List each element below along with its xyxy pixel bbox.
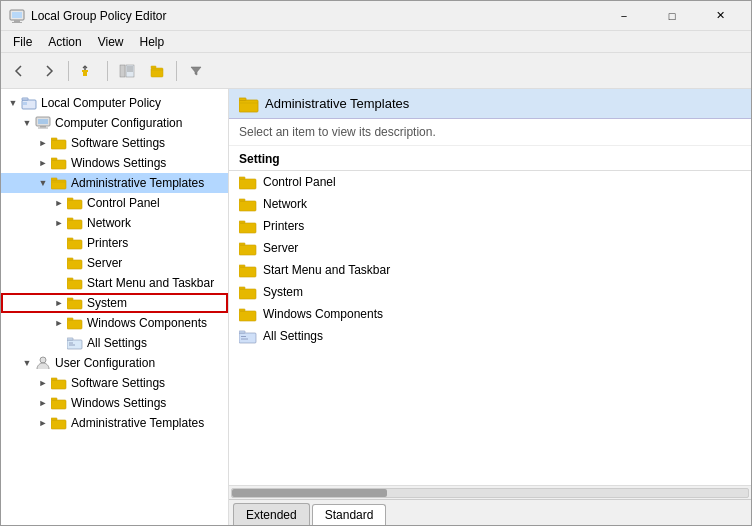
list-item-printers[interactable]: Printers: [229, 215, 751, 237]
toolbar-separator-1: [68, 61, 69, 81]
expand-control-panel-c: ►: [51, 195, 67, 211]
svg-rect-15: [23, 102, 27, 105]
toolbar-separator-3: [176, 61, 177, 81]
list-folder-icon-windows-components: [239, 305, 257, 323]
svg-rect-51: [239, 100, 258, 112]
up-button[interactable]: [74, 57, 102, 85]
svg-rect-24: [51, 180, 66, 189]
tree-software-settings-c[interactable]: ► Software Settings: [1, 133, 228, 153]
minimize-button[interactable]: −: [601, 1, 647, 31]
svg-rect-21: [51, 138, 57, 140]
list-folder-icon-printers: [239, 217, 257, 235]
list-label-system: System: [263, 285, 303, 299]
list-item-server[interactable]: Server: [229, 237, 751, 259]
close-button[interactable]: ✕: [697, 1, 743, 31]
server-c-label: Server: [87, 256, 122, 270]
control-panel-c-icon: [67, 195, 83, 211]
horizontal-scrollbar[interactable]: [229, 485, 751, 499]
svg-rect-56: [239, 199, 245, 201]
menu-view[interactable]: View: [90, 33, 132, 51]
root-label: Local Computer Policy: [41, 96, 161, 110]
menu-action[interactable]: Action: [40, 33, 89, 51]
list-label-printers: Printers: [263, 219, 304, 233]
list-item-start-menu[interactable]: Start Menu and Taskbar: [229, 259, 751, 281]
tab-standard-label: Standard: [325, 508, 374, 522]
tab-extended[interactable]: Extended: [233, 503, 310, 525]
tree-printers-c[interactable]: Printers: [1, 233, 228, 253]
server-c-icon: [67, 255, 83, 271]
svg-rect-1: [12, 12, 22, 18]
list-folder-icon-server: [239, 239, 257, 257]
admin-templates-u-icon: [51, 415, 67, 431]
tree-admin-templates-u[interactable]: ► Administrative Templates: [1, 413, 228, 433]
tree-admin-templates-c[interactable]: ▼ Administrative Templates: [1, 173, 228, 193]
svg-rect-5: [82, 70, 88, 72]
expand-software-c: ►: [35, 135, 51, 151]
right-panel: Administrative Templates Select an item …: [229, 89, 751, 525]
maximize-button[interactable]: □: [649, 1, 695, 31]
svg-rect-57: [239, 223, 256, 233]
tree-windows-settings-u[interactable]: ► Windows Settings: [1, 393, 228, 413]
tree-windows-components-c[interactable]: ► Windows Components: [1, 313, 228, 333]
svg-rect-23: [51, 158, 57, 160]
tree-panel: ▼ Local Computer Policy ▼: [1, 89, 229, 525]
svg-rect-58: [239, 221, 245, 223]
menu-help[interactable]: Help: [132, 33, 173, 51]
network-c-icon: [67, 215, 83, 231]
svg-rect-48: [51, 398, 57, 400]
software-settings-u-label: Software Settings: [71, 376, 165, 390]
tree-start-menu-c[interactable]: Start Menu and Taskbar: [1, 273, 228, 293]
show-hide-button[interactable]: [113, 57, 141, 85]
forward-button[interactable]: [35, 57, 63, 85]
svg-rect-53: [239, 179, 256, 189]
svg-rect-62: [239, 265, 245, 267]
svg-rect-38: [67, 320, 82, 329]
software-settings-c-icon: [51, 135, 67, 151]
svg-rect-40: [67, 340, 82, 349]
expand-admin-templates-u: ►: [35, 415, 51, 431]
list-item-system[interactable]: System: [229, 281, 751, 303]
list-label-windows-components: Windows Components: [263, 307, 383, 321]
svg-rect-34: [67, 280, 82, 289]
list-item-control-panel[interactable]: Control Panel: [229, 171, 751, 193]
svg-rect-46: [51, 378, 57, 380]
system-c-label: System: [87, 296, 127, 310]
tree-windows-settings-c[interactable]: ► Windows Settings: [1, 153, 228, 173]
list-item-network[interactable]: Network: [229, 193, 751, 215]
tree-user-config[interactable]: ▼ User Configuration: [1, 353, 228, 373]
menu-file[interactable]: File: [5, 33, 40, 51]
tree-software-settings-u[interactable]: ► Software Settings: [1, 373, 228, 393]
back-button[interactable]: [5, 57, 33, 85]
expand-root: ▼: [5, 95, 21, 111]
tree-control-panel-c[interactable]: ► Control Panel: [1, 193, 228, 213]
svg-rect-11: [151, 68, 163, 77]
svg-rect-50: [51, 418, 57, 420]
tree-computer-config[interactable]: ▼ Computer Configuration: [1, 113, 228, 133]
list-item-windows-components[interactable]: Windows Components: [229, 303, 751, 325]
scroll-thumb[interactable]: [232, 489, 387, 497]
tree-system-c[interactable]: ► System: [1, 293, 228, 313]
tab-standard[interactable]: Standard: [312, 504, 387, 525]
expand-software-u: ►: [35, 375, 51, 391]
svg-rect-30: [67, 240, 82, 249]
browse-button[interactable]: [143, 57, 171, 85]
svg-rect-55: [239, 201, 256, 211]
tree-server-c[interactable]: Server: [1, 253, 228, 273]
control-panel-c-label: Control Panel: [87, 196, 160, 210]
windows-components-c-label: Windows Components: [87, 316, 207, 330]
scroll-track[interactable]: [231, 488, 749, 498]
svg-rect-29: [67, 218, 73, 220]
svg-rect-49: [51, 420, 66, 429]
filter-button[interactable]: [182, 57, 210, 85]
tree-network-c[interactable]: ► Network: [1, 213, 228, 233]
toolbar-separator-2: [107, 61, 108, 81]
svg-rect-2: [14, 20, 20, 22]
list-item-all-settings[interactable]: All Settings: [229, 325, 751, 347]
start-menu-c-icon: [67, 275, 83, 291]
tree-root[interactable]: ▼ Local Computer Policy: [1, 93, 228, 113]
list-folder-icon-control-panel: [239, 173, 257, 191]
svg-rect-64: [239, 287, 245, 289]
svg-rect-3: [12, 22, 22, 23]
software-settings-c-label: Software Settings: [71, 136, 165, 150]
tree-all-settings-c[interactable]: All Settings: [1, 333, 228, 353]
